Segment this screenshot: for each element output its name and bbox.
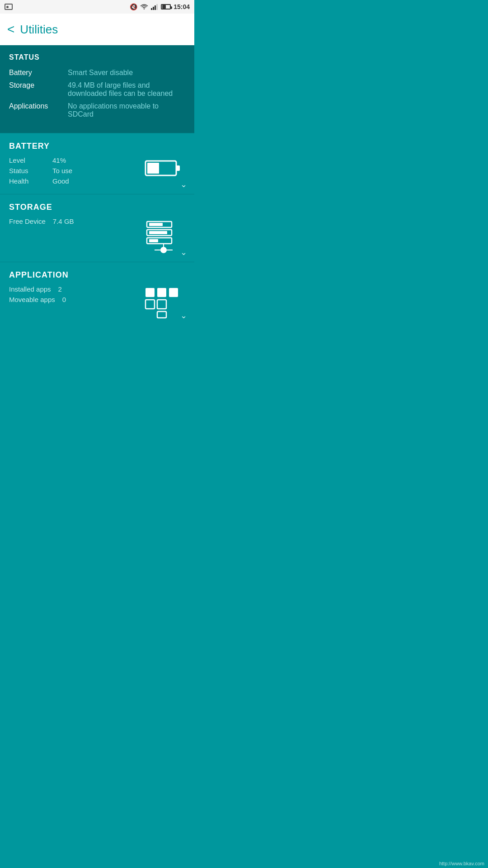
installed-apps-label: Installed apps	[9, 285, 51, 293]
moveable-apps-label: Moveable apps	[9, 296, 55, 303]
storage-panel[interactable]: STORAGE Free Device 7.4 GB	[0, 194, 194, 262]
status-bar-left	[5, 4, 13, 10]
applications-status-label: Applications	[9, 102, 68, 110]
battery-level-row: Level 41%	[9, 156, 140, 164]
battery-level-label: Level	[9, 156, 45, 164]
svg-point-15	[160, 247, 167, 253]
svg-rect-8	[149, 223, 163, 226]
status-section: STATUS Battery Smart Saver disable Stora…	[0, 45, 194, 133]
mute-icon: 🔇	[130, 3, 137, 10]
svg-rect-10	[149, 231, 167, 234]
battery-health-row: Health Good	[9, 177, 140, 185]
application-large-icon	[145, 287, 181, 319]
battery-icon	[161, 4, 171, 9]
storage-status-value: 49.4 MB of large files and downloaded fi…	[68, 81, 185, 98]
storage-free-value: 7.4 GB	[53, 217, 74, 225]
installed-apps-value: 2	[58, 285, 62, 293]
storage-panel-chevron[interactable]: ⌄	[180, 247, 187, 257]
wifi-icon	[140, 4, 148, 10]
storage-panel-content: Free Device 7.4 GB	[9, 217, 185, 255]
moveable-apps-value: 0	[62, 296, 66, 303]
battery-health-label: Health	[9, 177, 45, 185]
battery-status-row: Battery Smart Saver disable	[9, 69, 185, 77]
svg-rect-3	[156, 4, 158, 10]
signal-icon	[151, 4, 158, 10]
application-panel-data: Installed apps 2 Moveable apps 0	[9, 285, 140, 306]
battery-status-value2: To use	[52, 167, 72, 175]
storage-free-label: Free Device	[9, 217, 46, 225]
svg-rect-21	[157, 311, 166, 318]
status-bar: 🔇 15:04	[0, 0, 194, 14]
battery-panel-data: Level 41% Status To use Health Good	[9, 156, 140, 188]
svg-rect-12	[149, 239, 158, 242]
battery-status-label: Battery	[9, 69, 68, 77]
battery-status-label2: Status	[9, 167, 45, 175]
battery-status-row2: Status To use	[9, 167, 140, 175]
battery-icon-area	[140, 156, 185, 178]
application-panel[interactable]: APPLICATION Installed apps 2 Moveable ap…	[0, 262, 194, 325]
photo-icon	[5, 4, 13, 10]
svg-rect-20	[157, 300, 166, 309]
svg-rect-6	[147, 163, 159, 174]
application-panel-content: Installed apps 2 Moveable apps 0	[9, 285, 185, 319]
battery-panel-content: Level 41% Status To use Health Good	[9, 156, 185, 188]
storage-large-icon	[145, 219, 181, 255]
status-section-header: STATUS	[9, 53, 185, 61]
storage-icon-area	[140, 217, 185, 255]
svg-rect-18	[169, 288, 178, 297]
battery-panel-title: BATTERY	[9, 142, 185, 151]
top-bar: < Utilities	[0, 14, 194, 45]
svg-rect-16	[145, 288, 155, 297]
battery-panel[interactable]: BATTERY Level 41% Status To use Health G…	[0, 133, 194, 194]
battery-panel-chevron[interactable]: ⌄	[180, 179, 187, 189]
storage-panel-title: STORAGE	[9, 203, 185, 212]
svg-rect-17	[157, 288, 166, 297]
application-panel-title: APPLICATION	[9, 270, 185, 280]
storage-panel-data: Free Device 7.4 GB	[9, 217, 140, 228]
application-panel-chevron[interactable]: ⌄	[180, 311, 187, 321]
applications-status-value: No applications moveable to SDCard	[68, 102, 185, 118]
status-time: 15:04	[174, 3, 190, 10]
svg-rect-1	[153, 7, 154, 10]
svg-rect-5	[176, 165, 180, 171]
battery-large-icon	[145, 158, 181, 178]
svg-rect-19	[145, 300, 155, 309]
back-button[interactable]: <	[7, 23, 14, 36]
applications-status-row: Applications No applications moveable to…	[9, 102, 185, 118]
status-bar-right: 🔇 15:04	[130, 3, 190, 10]
battery-level-value: 41%	[52, 156, 66, 164]
storage-status-label: Storage	[9, 81, 68, 90]
svg-rect-0	[151, 8, 152, 10]
installed-apps-row: Installed apps 2	[9, 285, 140, 293]
moveable-apps-row: Moveable apps 0	[9, 296, 140, 303]
battery-status-value: Smart Saver disable	[68, 69, 185, 77]
page-title: Utilities	[20, 23, 58, 37]
battery-health-value: Good	[52, 177, 69, 185]
storage-status-row: Storage 49.4 MB of large files and downl…	[9, 81, 185, 98]
bottom-space	[0, 325, 194, 415]
storage-free-row: Free Device 7.4 GB	[9, 217, 140, 225]
svg-rect-2	[155, 5, 156, 10]
application-icon-area	[140, 285, 185, 319]
